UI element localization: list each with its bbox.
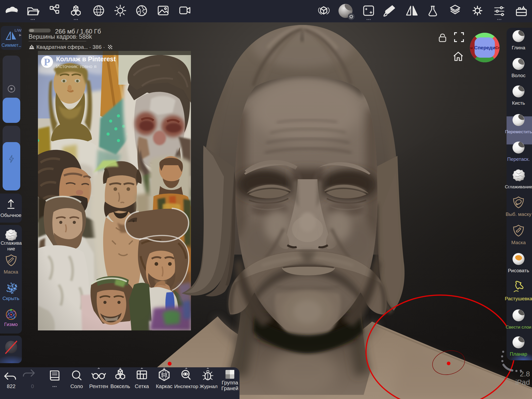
svg-text:Переместить: Переместить — [505, 129, 532, 134]
svg-text:Рисовать: Рисовать — [508, 268, 529, 273]
svg-text:Перетаск.: Перетаск. — [507, 156, 530, 162]
svg-text:Сп: Сп — [495, 46, 500, 50]
svg-text:Маска: Маска — [511, 240, 526, 245]
svg-text:Свести слои: Свести слои — [506, 325, 531, 330]
svg-text:Волос: Волос — [511, 73, 526, 78]
svg-text:Спереди: Спереди — [474, 45, 495, 50]
svg-text:м: м — [470, 46, 473, 50]
svg-text:Растушевка: Растушевка — [505, 296, 532, 301]
svg-text:Глина: Глина — [512, 45, 525, 50]
svg-text:Кисть: Кисть — [512, 100, 525, 106]
svg-text:Выб. маску: Выб. маску — [506, 211, 531, 217]
svg-text:Сглаживание: Сглаживание — [505, 184, 532, 189]
svg-text:Планар: Планар — [510, 351, 527, 357]
